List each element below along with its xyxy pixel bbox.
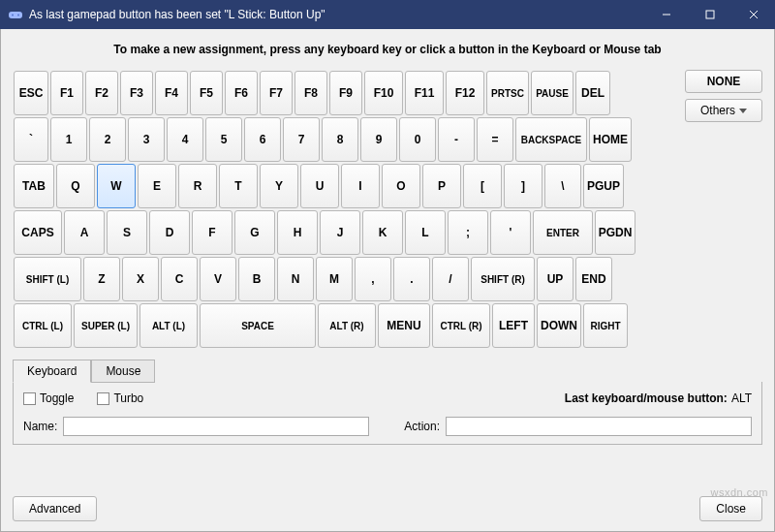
key-[interactable]: /: [432, 257, 469, 301]
toggle-checkbox[interactable]: Toggle: [23, 391, 74, 405]
key-enter[interactable]: ENTER: [533, 210, 593, 255]
key-alt-r[interactable]: ALT (R): [318, 303, 376, 348]
key-f4[interactable]: F4: [155, 71, 188, 115]
key-f12[interactable]: F12: [446, 71, 484, 115]
key-prtsc[interactable]: PRTSC: [486, 71, 529, 115]
key-pgup[interactable]: PGUP: [583, 164, 624, 208]
key-o[interactable]: O: [382, 164, 420, 208]
key-x[interactable]: X: [122, 257, 159, 301]
key-i[interactable]: I: [341, 164, 380, 208]
key-up[interactable]: UP: [537, 257, 574, 301]
key-esc[interactable]: ESC: [14, 71, 48, 115]
key-[interactable]: \: [544, 164, 581, 208]
key-9[interactable]: 9: [360, 117, 397, 162]
key-[interactable]: [: [463, 164, 502, 208]
key-super-l[interactable]: SUPER (L): [74, 303, 138, 348]
key-pgdn[interactable]: PGDN: [595, 210, 636, 255]
key-right[interactable]: RIGHT: [583, 303, 628, 348]
key-r[interactable]: R: [178, 164, 217, 208]
key-z[interactable]: Z: [83, 257, 120, 301]
key-backspace[interactable]: BACKSPACE: [515, 117, 587, 162]
key-8[interactable]: 8: [322, 117, 358, 162]
tab-keyboard[interactable]: Keyboard: [13, 360, 91, 383]
key-[interactable]: `: [14, 117, 48, 162]
key-f7[interactable]: F7: [260, 71, 293, 115]
key-f1[interactable]: F1: [50, 71, 83, 115]
maximize-button[interactable]: [688, 0, 731, 29]
key-d[interactable]: D: [149, 210, 190, 255]
svg-point-1: [17, 15, 19, 16]
key-e[interactable]: E: [138, 164, 176, 208]
key-y[interactable]: Y: [260, 164, 298, 208]
svg-point-2: [12, 15, 14, 16]
key-2[interactable]: 2: [89, 117, 126, 162]
key-g[interactable]: G: [234, 210, 275, 255]
key-left[interactable]: LEFT: [492, 303, 535, 348]
name-input[interactable]: [63, 417, 369, 436]
key-shift-l[interactable]: SHIFT (L): [14, 257, 81, 301]
close-window-button[interactable]: [731, 0, 775, 29]
key-p[interactable]: P: [422, 164, 461, 208]
key-q[interactable]: Q: [56, 164, 95, 208]
key-pause[interactable]: PAUSE: [531, 71, 574, 115]
key-[interactable]: ;: [448, 210, 488, 255]
key-h[interactable]: H: [277, 210, 318, 255]
none-button[interactable]: NONE: [685, 70, 762, 93]
action-input[interactable]: [446, 417, 752, 436]
key-alt-l[interactable]: ALT (L): [140, 303, 198, 348]
key-menu[interactable]: MENU: [378, 303, 430, 348]
key-s[interactable]: S: [107, 210, 147, 255]
key-tab[interactable]: TAB: [14, 164, 54, 208]
tab-mouse[interactable]: Mouse: [91, 360, 155, 383]
key-[interactable]: =: [477, 117, 513, 162]
key-caps[interactable]: CAPS: [14, 210, 62, 255]
key-del[interactable]: DEL: [575, 71, 610, 115]
key-a[interactable]: A: [64, 210, 105, 255]
key-0[interactable]: 0: [399, 117, 436, 162]
key-home[interactable]: HOME: [589, 117, 632, 162]
key-6[interactable]: 6: [244, 117, 281, 162]
key-v[interactable]: V: [200, 257, 236, 301]
key-f[interactable]: F: [192, 210, 232, 255]
key-end[interactable]: END: [575, 257, 612, 301]
key-ctrl-r[interactable]: CTRL (R): [432, 303, 490, 348]
key-shift-r[interactable]: SHIFT (R): [471, 257, 535, 301]
key-f10[interactable]: F10: [364, 71, 403, 115]
key-[interactable]: ': [490, 210, 531, 255]
key-space[interactable]: SPACE: [200, 303, 316, 348]
key-[interactable]: .: [393, 257, 430, 301]
key-f3[interactable]: F3: [120, 71, 153, 115]
key-5[interactable]: 5: [205, 117, 242, 162]
minimize-button[interactable]: [644, 0, 688, 29]
key-down[interactable]: DOWN: [537, 303, 581, 348]
key-f8[interactable]: F8: [294, 71, 327, 115]
last-button-value: ALT: [731, 391, 752, 405]
key-n[interactable]: N: [277, 257, 314, 301]
key-t[interactable]: T: [219, 164, 258, 208]
key-7[interactable]: 7: [283, 117, 320, 162]
key-w[interactable]: W: [97, 164, 136, 208]
key-f9[interactable]: F9: [329, 71, 362, 115]
key-l[interactable]: L: [405, 210, 446, 255]
key-f11[interactable]: F11: [405, 71, 444, 115]
key-4[interactable]: 4: [167, 117, 203, 162]
key-[interactable]: -: [438, 117, 475, 162]
turbo-checkbox[interactable]: Turbo: [97, 391, 143, 405]
key-m[interactable]: M: [316, 257, 353, 301]
key-b[interactable]: B: [238, 257, 275, 301]
key-ctrl-l[interactable]: CTRL (L): [14, 303, 72, 348]
key-[interactable]: ,: [355, 257, 391, 301]
key-f6[interactable]: F6: [225, 71, 258, 115]
key-f5[interactable]: F5: [190, 71, 223, 115]
close-button[interactable]: Close: [699, 496, 762, 521]
key-j[interactable]: J: [320, 210, 360, 255]
advanced-button[interactable]: Advanced: [13, 496, 97, 521]
others-dropdown[interactable]: Others: [685, 99, 762, 122]
key-[interactable]: ]: [504, 164, 542, 208]
key-c[interactable]: C: [161, 257, 198, 301]
key-3[interactable]: 3: [128, 117, 165, 162]
key-k[interactable]: K: [362, 210, 403, 255]
key-f2[interactable]: F2: [85, 71, 118, 115]
key-u[interactable]: U: [300, 164, 339, 208]
key-1[interactable]: 1: [50, 117, 87, 162]
